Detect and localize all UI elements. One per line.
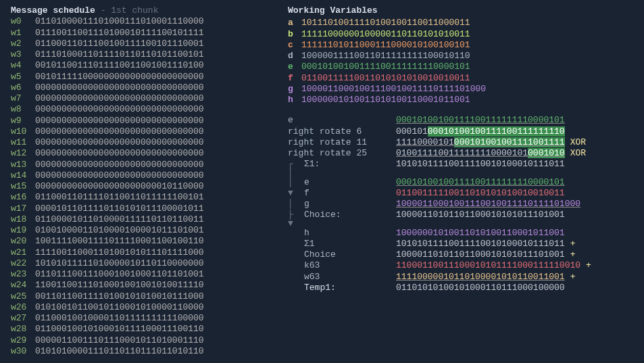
word-row: w800000000000000000000000000000000 [11, 104, 254, 115]
t1-k-label: k63 [304, 260, 396, 271]
rr11-val: 11110000101000101001001111001111 [396, 137, 565, 148]
word-value: 01010100001110110110111011010110 [35, 346, 204, 356]
word-row: w1000000000000000000000000000000000 [11, 126, 254, 137]
word-row: w2500110110011110100101010010111000 [11, 291, 254, 302]
word-row: w001101000011101000111010001110000 [11, 16, 254, 27]
var-label: b [288, 29, 301, 40]
t1-h-val: 10000001010011010100110001011001 [396, 228, 565, 239]
plus-op-3: + [586, 260, 591, 271]
word-label: w15 [11, 181, 35, 192]
msg-schedule-subtitle: - 1st chunk [95, 5, 159, 16]
word-row: w1300000000000000000000000000000000 [11, 160, 254, 170]
plus-op-1: + [570, 239, 576, 249]
word-row: w2900000110011101110001011010001110 [11, 335, 254, 346]
var-value: 00010100100111100111111110000101 [301, 62, 470, 72]
word-label: w20 [11, 236, 35, 247]
word-label: w21 [11, 247, 35, 258]
t1-k-val: 11000110011100010101111000111110010 [396, 260, 580, 271]
word-row: w1100000000000000000000000000000000 [11, 137, 254, 148]
word-label: w12 [11, 148, 35, 159]
word-row: w101110011001110100010111100101111 [11, 28, 254, 39]
choice-f-val: 01100111110011010101010010010011 [396, 188, 565, 199]
var-label: d [288, 51, 301, 62]
word-value: 00000000000000000000000000000000 [35, 116, 204, 126]
word-value: 01010010110010110001010000110000 [35, 302, 204, 312]
var-row: a10111010011110100100110011000011 [288, 18, 633, 28]
rr11-label: right rotate 11 [288, 137, 396, 148]
word-row: w1400000000000000000000000000000000 [11, 170, 254, 181]
message-schedule-list: w001101000011101000111010001110000w10111… [11, 16, 254, 357]
calc-e-val: 00010100100111100111111110000101 [396, 115, 565, 126]
word-label: w14 [11, 170, 35, 181]
word-row: w2010011110001111011110001100100110 [11, 236, 254, 247]
var-row: h10000001010011010100110001011001 [288, 95, 633, 105]
xor-op-2: XOR [570, 148, 586, 159]
choice-g-label: g [304, 199, 396, 210]
t1-s1-label: Σ1 [304, 239, 396, 249]
choice-val: 10000110101101100010101011101001 [396, 210, 565, 220]
var-label: g [288, 84, 301, 95]
rr6-label: right rotate 6 [288, 126, 396, 137]
word-row: w2301101110011100010010001101101001 [11, 269, 254, 280]
var-label: f [288, 73, 301, 84]
var-value: 10000110001001110010011110111101000 [301, 84, 486, 94]
word-label: w29 [11, 335, 35, 346]
var-row: d10000011110011011111111100010110 [288, 51, 633, 62]
var-label: e [288, 62, 301, 72]
word-value: 00000110011101110001011010001110 [35, 335, 204, 345]
word-label: w23 [11, 269, 35, 280]
word-label: w11 [11, 137, 35, 148]
word-label: w7 [11, 93, 35, 104]
word-value: 00001011011110110101011100001011 [35, 203, 204, 214]
calc-e-label: e [288, 115, 396, 126]
word-label: w17 [11, 203, 35, 214]
word-row: w1500000000000000000000000010110000 [11, 181, 254, 192]
plus-op-4: + [570, 272, 576, 283]
var-value: 10111010011110100100110011000011 [301, 18, 470, 28]
var-row: g10000110001001110010011110111101000 [288, 84, 633, 95]
word-row: w2411001100111010001001001010011110 [11, 280, 254, 291]
var-row: c11111101011000111000010100100101 [288, 40, 633, 51]
var-row: e00010100100111100111111110000101 [288, 62, 633, 72]
word-value: 10011110001111011110001100100110 [35, 236, 204, 246]
word-row: w500101111100000000000000000000000 [11, 72, 254, 82]
word-row: w301110100011011110110110101100101 [11, 49, 254, 60]
word-value: 00101100111011110011001001110100 [35, 60, 204, 70]
word-value: 00000000000000000000000000000000 [35, 170, 204, 180]
xor-op-1: XOR [570, 137, 586, 148]
word-value: 01100001011010000111110110110011 [35, 214, 204, 224]
word-value: 00000000000000000000000000000000 [35, 148, 204, 158]
word-value: 01100010010100010111100011100110 [35, 324, 204, 334]
rr6-val: 00010100010100100111100111111110 [396, 126, 565, 137]
word-label: w0 [11, 16, 35, 27]
word-label: w28 [11, 324, 35, 335]
word-label: w2 [11, 39, 35, 49]
t1-choice-label: Choice [304, 249, 396, 260]
word-row: w2601010010110010110001010000110000 [11, 302, 254, 313]
word-row: w900000000000000000000000000000000 [11, 116, 254, 126]
word-value: 00000000000000000000000010110000 [35, 181, 204, 191]
word-label: w27 [11, 313, 35, 324]
temp1-val: 01101010100101000110111000100000 [396, 283, 565, 293]
word-value: 01110011001110100010111100101111 [35, 28, 204, 38]
word-row: w1901001000011010000100001011101001 [11, 225, 254, 236]
choice-e-label: e [304, 177, 396, 188]
plus-op-2: + [570, 249, 576, 260]
rr25-val: 01001111001111111100001010001010 [396, 148, 565, 159]
word-row: w600000000000000000000000000000000 [11, 82, 254, 93]
var-label: h [288, 95, 301, 105]
word-label: w4 [11, 60, 35, 71]
var-label: c [288, 40, 301, 51]
choice-f-label: f [304, 188, 396, 199]
arrow-down-icon: ▼ [288, 188, 304, 199]
word-label: w8 [11, 104, 35, 115]
word-row: w700000000000000000000000000000000 [11, 93, 254, 104]
t1-s1-val: 10101011110011110010100010111011 [396, 239, 565, 249]
var-row: b11111000000100000110110101010011 [288, 29, 633, 40]
word-value: 00000000000000000000000000000000 [35, 160, 204, 170]
word-value: 01100011011100100111100101110001 [35, 39, 204, 49]
word-row: w201100011011100100111100101110001 [11, 39, 254, 49]
arrow-down-icon: ▼ [288, 218, 304, 229]
word-value: 10101011111010000010110110000000 [35, 258, 204, 268]
word-row: w1801100001011010000111110110110011 [11, 214, 254, 225]
